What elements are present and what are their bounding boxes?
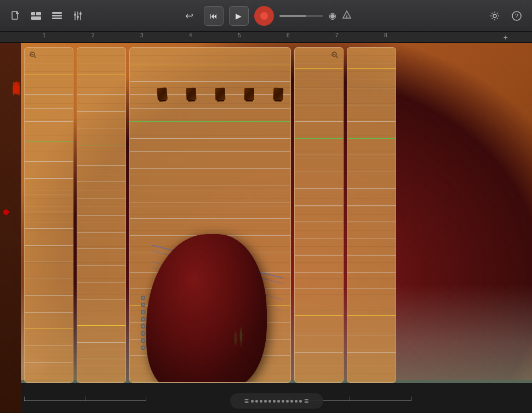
string-6: [25, 161, 73, 162]
help-button[interactable]: ?: [508, 7, 525, 25]
svg-point-11: [77, 16, 79, 18]
ruler-marker-8: 8: [384, 32, 387, 38]
bridge-2: [186, 88, 196, 100]
string-p4-1: [295, 68, 343, 69]
ruler-marker-6: 6: [287, 32, 290, 38]
svg-rect-2: [36, 12, 41, 15]
bamboo-decoration: [227, 322, 255, 349]
string-18: [25, 362, 73, 363]
track-indicator: [3, 210, 9, 215]
toolbar-right-group: ?: [486, 7, 525, 25]
svg-line-19: [35, 56, 37, 59]
string-p5-9: [347, 205, 396, 206]
track-panel-5: [347, 47, 396, 383]
bridge-5: [273, 88, 284, 100]
bracket-center-tick-2: [350, 397, 350, 401]
svg-point-10: [74, 14, 76, 16]
scroll-left-icon: ≡: [244, 397, 249, 405]
tuning-pins: [141, 296, 145, 350]
settings-button[interactable]: [486, 7, 504, 25]
string-15: [25, 312, 73, 313]
string-16: [25, 329, 73, 329]
horizontal-scrollbar[interactable]: ≡ ≡: [230, 393, 323, 409]
string-c-5: [130, 121, 290, 122]
track-panel-2: [77, 47, 126, 383]
string-12: [25, 262, 73, 262]
toolbar: ↩ ⏮ ▶ ◉ ?: [0, 0, 532, 32]
rewind-button[interactable]: ⏮: [204, 6, 224, 26]
zoom-out-icon-1[interactable]: [29, 51, 37, 60]
string-c-11: [130, 218, 290, 219]
svg-point-15: [493, 14, 496, 18]
string-p2-2: [77, 94, 125, 95]
transport-controls: ↩ ⏮ ▶ ◉: [181, 6, 352, 26]
string-p2-16: [77, 342, 125, 343]
scroll-right-icon: ≡: [304, 397, 308, 405]
string-p5-7: [347, 172, 396, 172]
string-p5-8: [347, 188, 396, 189]
pin-6: [141, 331, 145, 336]
koto-body-shape: [146, 234, 267, 383]
track-panel-1: [24, 47, 73, 383]
tuner-icon: [342, 10, 352, 22]
pin-8: [141, 346, 145, 350]
mixer-button[interactable]: [69, 7, 87, 25]
strings-panel-4: [295, 48, 343, 382]
track-panel-4: [294, 47, 344, 383]
string-p5-15: [347, 315, 396, 316]
string-p2-3: [77, 111, 125, 112]
string-p5-13: [347, 272, 396, 273]
string-p4-9: [295, 205, 343, 206]
string-p5-6: [347, 155, 396, 155]
volume-slider[interactable]: [279, 15, 323, 17]
string-p2-6: [77, 165, 125, 166]
tracks-area: Chords Notes ♩ メジャーペンタトニック: [21, 43, 532, 413]
string-p2-8: [77, 199, 125, 199]
bracket-right-tick-r: [411, 397, 411, 401]
string-p2-5: [77, 145, 125, 145]
bridge-3: [215, 88, 226, 100]
bridge-4: [244, 88, 254, 100]
svg-rect-4: [52, 12, 62, 14]
svg-rect-5: [52, 15, 62, 16]
new-file-button[interactable]: [7, 7, 24, 25]
track-panel-center: Chords Notes ♩ メジャーペンタトニック: [129, 47, 291, 383]
svg-line-32: [336, 56, 339, 59]
scroll-position-dots: [251, 400, 302, 403]
string-c-9: [130, 185, 290, 185]
view-toggle-button[interactable]: [27, 7, 45, 25]
bracket-left-tick-r: [146, 397, 146, 401]
string-5: [25, 142, 73, 142]
string-c-8: [130, 168, 290, 169]
string-2: [25, 94, 73, 95]
string-p4-15: [295, 315, 343, 316]
string-p2-13: [77, 282, 125, 282]
string-p4-13: [295, 272, 343, 273]
ruler-marker-5: 5: [238, 32, 241, 38]
track-view-button[interactable]: [48, 7, 66, 25]
pin-7: [141, 338, 145, 343]
ruler-marker-2: 2: [91, 32, 95, 38]
toolbar-left-group: [7, 7, 87, 25]
svg-rect-6: [52, 18, 62, 19]
record-button[interactable]: [254, 6, 274, 26]
pin-4: [141, 317, 145, 321]
string-p2-12: [77, 265, 125, 266]
bridges-top-row: [157, 88, 261, 100]
pin-2: [141, 303, 145, 307]
play-button[interactable]: ▶: [229, 6, 249, 26]
string-c-2: [130, 81, 290, 82]
string-p4-3: [295, 105, 343, 105]
bracket-left-tick-l: [24, 397, 25, 401]
string-p4-4: [295, 121, 343, 122]
ruler-marker-3: 3: [140, 32, 144, 38]
pin-5: [141, 324, 145, 329]
ruler-marker-4: 4: [189, 32, 192, 38]
string-p2-7: [77, 182, 125, 182]
pin-1: [141, 296, 145, 300]
string-p2-10: [77, 232, 125, 233]
undo-button[interactable]: ↩: [181, 7, 198, 25]
record-indicator: [260, 12, 268, 20]
add-track-button[interactable]: +: [501, 33, 510, 42]
zoom-out-icon-4[interactable]: [331, 51, 339, 60]
